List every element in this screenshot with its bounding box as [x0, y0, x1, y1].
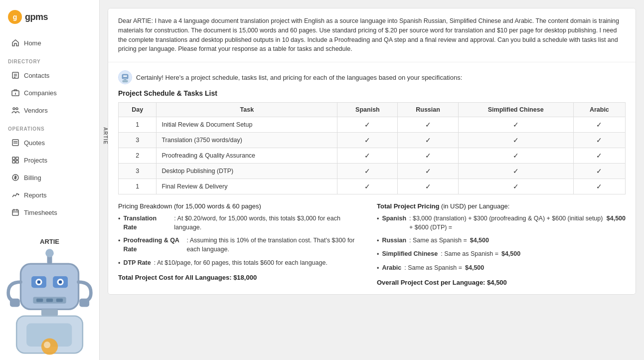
cell-task: Desktop Publishing (DTP)	[157, 164, 337, 179]
svg-rect-28	[36, 299, 43, 302]
pricing-right-col: Total Project Pricing (in USD) per Langu…	[377, 202, 626, 286]
pricing-right-item: Spanish: $3,000 (translation) + $300 (pr…	[377, 214, 626, 232]
sidebar-item-projects-label: Projects	[24, 157, 47, 164]
sidebar-item-vendors-label: Vendors	[24, 107, 48, 114]
cell-day: 1	[119, 117, 157, 133]
cell-russian: ✓	[398, 117, 458, 133]
sidebar-item-quotes-label: Quotes	[24, 139, 45, 147]
artie-edge-label: ARTIE	[103, 127, 108, 145]
schedule-tbody: 1 Initial Review & Document Setup ✓ ✓ ✓ …	[119, 117, 626, 194]
main-content: Dear ARTIE: I have a 4 language document…	[100, 0, 644, 360]
cell-russian: ✓	[398, 164, 458, 179]
table-row: 1 Final Review & Delivery ✓ ✓ ✓ ✓	[119, 179, 626, 194]
cell-spanish: ✓	[337, 133, 398, 148]
cell-simplified-chinese: ✓	[458, 164, 573, 179]
svg-rect-36	[10, 299, 20, 307]
cell-arabic: ✓	[573, 148, 625, 164]
svg-rect-45	[124, 79, 126, 80]
pricing-left-item: DTP Rate: At $10/page, for 60 pages, thi…	[118, 258, 367, 268]
sidebar-item-contacts[interactable]: Contacts	[3, 67, 96, 84]
th-task: Task	[157, 103, 337, 117]
svg-point-7	[16, 108, 18, 110]
th-simplified-chinese: Simplified Chinese	[458, 103, 573, 117]
artie-name-label: ARTIE	[40, 238, 59, 245]
th-spanish: Spanish	[337, 103, 398, 117]
projects-icon	[11, 156, 20, 165]
cell-spanish: ✓	[337, 179, 398, 194]
cell-task: Initial Review & Document Setup	[157, 117, 337, 133]
svg-rect-11	[16, 157, 18, 160]
total-all-line: Total Project Cost for All Languages: $1…	[118, 274, 367, 281]
svg-point-26	[59, 281, 62, 284]
cell-simplified-chinese: ✓	[458, 133, 573, 148]
artie-robot-svg	[0, 247, 99, 355]
cell-arabic: ✓	[573, 133, 625, 148]
sidebar-item-vendors[interactable]: Vendors	[3, 102, 96, 119]
cell-day: 3	[119, 133, 157, 148]
cell-spanish: ✓	[337, 164, 398, 179]
svg-rect-29	[46, 299, 53, 302]
logo-area: g gpms	[0, 5, 99, 34]
sidebar-item-companies[interactable]: Companies	[3, 84, 96, 101]
operations-label: OPERATIONS	[0, 122, 99, 134]
cell-day: 1	[119, 179, 157, 194]
svg-point-15	[18, 194, 19, 195]
svg-rect-43	[125, 75, 127, 77]
cell-spanish: ✓	[337, 148, 398, 164]
vendors-icon	[11, 106, 20, 115]
sidebar-item-billing[interactable]: Billing	[3, 169, 96, 186]
cell-day: 3	[119, 164, 157, 179]
sidebar-item-quotes[interactable]: Quotes	[3, 134, 96, 151]
pricing-left-item: Proofreading & QA Rate: Assuming this is…	[118, 236, 367, 254]
artie-robot-area: ARTIE	[0, 238, 99, 360]
home-icon	[11, 38, 20, 47]
cell-task: Proofreading & Quality Assurance	[157, 148, 337, 164]
svg-rect-16	[12, 210, 18, 215]
cell-arabic: ✓	[573, 117, 625, 133]
sidebar: g gpms Home DIRECTORY Contacts	[0, 0, 100, 360]
cell-day: 2	[119, 148, 157, 164]
logo-text: gpms	[25, 12, 48, 22]
artie-response-avatar	[118, 70, 132, 84]
pricing-right-item: Arabic: Same as Spanish = $4,500	[377, 263, 626, 273]
total-per-lang-line: Overall Project Cost per Language: $4,50…	[377, 279, 626, 286]
sidebar-item-home[interactable]: Home	[3, 34, 96, 51]
directory-section: DIRECTORY Contacts Companies	[0, 55, 99, 119]
cell-russian: ✓	[398, 148, 458, 164]
sidebar-item-home-label: Home	[24, 39, 41, 47]
user-message: Dear ARTIE: I have a 4 language document…	[108, 8, 636, 62]
billing-icon	[11, 173, 20, 182]
th-russian: Russian	[398, 103, 458, 117]
operations-section: OPERATIONS Quotes Projects	[0, 122, 99, 221]
cell-simplified-chinese: ✓	[458, 179, 573, 194]
svg-rect-44	[123, 78, 127, 79]
sidebar-item-projects[interactable]: Projects	[3, 152, 96, 169]
pricing-right-list: Spanish: $3,000 (translation) + $300 (pr…	[377, 214, 626, 273]
sidebar-item-timesheets[interactable]: Timesheets	[3, 204, 96, 221]
sidebar-item-companies-label: Companies	[24, 89, 57, 97]
svg-rect-30	[56, 299, 63, 302]
th-arabic: Arabic	[573, 103, 625, 117]
svg-point-6	[13, 108, 15, 110]
timesheets-icon	[11, 208, 20, 217]
logo-icon: g	[8, 10, 22, 24]
cell-simplified-chinese: ✓	[458, 148, 573, 164]
sidebar-item-reports[interactable]: Reports	[3, 186, 96, 203]
cell-task: Translation (3750 words/day)	[157, 133, 337, 148]
svg-point-32	[45, 249, 54, 258]
pricing-left-item: Translation Rate: At $0.20/word, for 15,…	[118, 214, 367, 232]
svg-rect-42	[123, 75, 125, 77]
svg-rect-37	[79, 299, 89, 307]
cell-simplified-chinese: ✓	[458, 117, 573, 133]
table-row: 3 Translation (3750 words/day) ✓ ✓ ✓ ✓	[119, 133, 626, 148]
table-row: 3 Desktop Publishing (DTP) ✓ ✓ ✓ ✓	[119, 164, 626, 179]
quotes-icon	[11, 138, 20, 147]
reports-icon	[11, 190, 20, 199]
pricing-right-title: Total Project Pricing (in USD) per Langu…	[377, 202, 626, 210]
svg-rect-33	[41, 310, 58, 316]
table-title: Project Schedule & Tasks List	[118, 89, 626, 97]
artie-intro-text: Certainly! Here's a project schedule, ta…	[136, 74, 462, 81]
svg-rect-46	[122, 80, 128, 83]
table-row: 1 Initial Review & Document Setup ✓ ✓ ✓ …	[119, 117, 626, 133]
sidebar-item-timesheets-label: Timesheets	[24, 209, 57, 216]
